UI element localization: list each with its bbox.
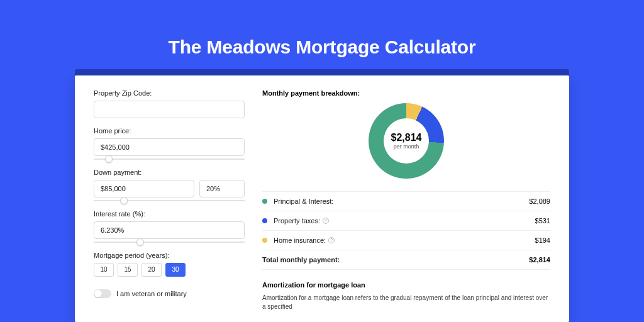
zip-label: Property Zip Code:	[94, 89, 245, 97]
interest-rate-slider-handle[interactable]	[136, 238, 144, 246]
down-payment-slider-handle[interactable]	[120, 197, 128, 204]
period-options: 10 15 20 30	[94, 263, 245, 277]
interest-rate-input[interactable]	[94, 221, 245, 239]
donut-chart: $2,814 per month	[369, 103, 444, 179]
period-label: Mortgage period (years):	[94, 252, 245, 259]
legend-label-taxes-text: Property taxes:	[274, 217, 320, 225]
home-price-slider[interactable]	[94, 158, 245, 160]
legend-label-insurance: Home insurance: ?	[274, 236, 535, 244]
legend-row-insurance: Home insurance: ? $194	[262, 231, 550, 250]
legend-dot-taxes	[262, 218, 267, 223]
legend-dot-principal	[262, 199, 267, 204]
inputs-panel: Property Zip Code: Home price: Down paym…	[94, 89, 245, 308]
legend-value-taxes: $531	[535, 217, 550, 225]
page-title: The Meadows Mortgage Calculator	[169, 36, 476, 58]
legend: Principal & Interest: $2,089 Property ta…	[262, 191, 550, 270]
legend-label-insurance-text: Home insurance:	[274, 236, 326, 244]
donut-amount: $2,814	[391, 132, 422, 143]
legend-row-taxes: Property taxes: ? $531	[262, 211, 550, 231]
calculator-card: Property Zip Code: Home price: Down paym…	[75, 75, 569, 322]
donut-center: $2,814 per month	[384, 118, 429, 164]
period-btn-20[interactable]: 20	[142, 263, 162, 277]
veteran-toggle[interactable]	[94, 289, 111, 298]
legend-value-principal: $2,089	[529, 197, 550, 205]
amortization-text: Amortization for a mortgage loan refers …	[262, 294, 550, 311]
donut-sub: per month	[394, 143, 419, 150]
breakdown-panel: Monthly payment breakdown: $2,814 per mo…	[262, 89, 550, 308]
legend-label-total: Total monthly payment:	[262, 256, 529, 264]
help-icon[interactable]: ?	[323, 218, 329, 224]
down-payment-slider[interactable]	[94, 200, 245, 201]
period-btn-10[interactable]: 10	[94, 263, 114, 277]
veteran-toggle-knob	[94, 290, 102, 297]
home-price-label: Home price:	[94, 127, 245, 135]
period-btn-30[interactable]: 30	[165, 263, 186, 277]
period-btn-15[interactable]: 15	[118, 263, 138, 277]
amortization-title: Amortization for mortgage loan	[262, 281, 550, 289]
legend-row-principal: Principal & Interest: $2,089	[262, 192, 550, 211]
legend-value-total: $2,814	[529, 256, 550, 264]
legend-label-principal: Principal & Interest:	[274, 197, 529, 205]
help-icon[interactable]: ?	[328, 237, 335, 243]
legend-dot-insurance	[262, 238, 267, 243]
interest-rate-slider[interactable]	[94, 242, 245, 243]
down-payment-pct-input[interactable]	[199, 180, 245, 197]
legend-value-insurance: $194	[535, 236, 550, 244]
home-price-slider-handle[interactable]	[105, 155, 113, 163]
down-payment-label: Down payment:	[94, 169, 245, 176]
legend-label-taxes: Property taxes: ?	[274, 217, 535, 225]
legend-row-total: Total monthly payment: $2,814	[262, 250, 550, 270]
interest-rate-label: Interest rate (%):	[94, 210, 245, 218]
veteran-label: I am veteran or military	[116, 290, 187, 297]
home-price-input[interactable]	[94, 138, 245, 156]
zip-input[interactable]	[94, 101, 245, 118]
down-payment-amount-input[interactable]	[94, 180, 194, 197]
breakdown-title: Monthly payment breakdown:	[262, 89, 550, 97]
